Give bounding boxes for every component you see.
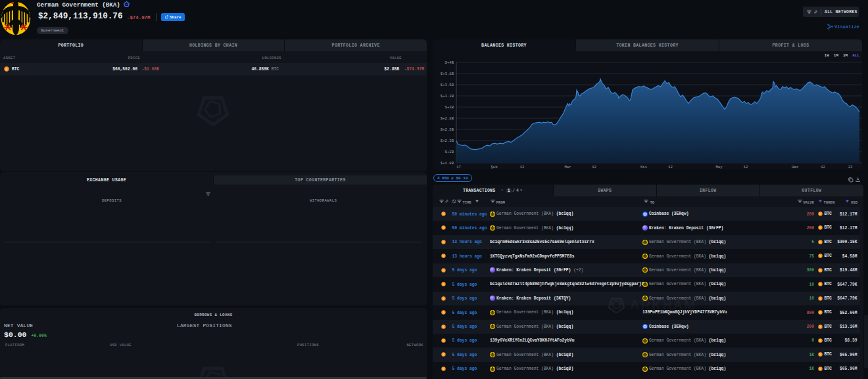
svg-text:₿: ₿ (443, 269, 445, 272)
svg-text:₿: ₿ (819, 339, 821, 342)
svg-text:Haz: Haz (792, 165, 798, 169)
svg-text:₿: ₿ (443, 367, 445, 370)
svg-text:12: 12 (592, 165, 596, 169)
svg-text:May: May (715, 165, 723, 169)
svg-text:₿: ₿ (819, 212, 821, 215)
svg-text:12: 12 (520, 165, 525, 169)
svg-text:$+3.5B: $+3.5B (441, 83, 454, 87)
svg-text:$+3B: $+3B (445, 105, 454, 110)
svg-text:₿: ₿ (819, 311, 821, 314)
svg-text:12: 12 (744, 165, 748, 169)
svg-text:₿: ₿ (819, 297, 821, 300)
svg-text:$+2.8B: $+2.8B (441, 116, 454, 121)
svg-text:₿: ₿ (443, 254, 445, 257)
svg-text:₿: ₿ (443, 212, 445, 215)
svg-text:Nis: Nis (640, 165, 647, 169)
svg-text:$+2.5B: $+2.5B (441, 127, 454, 132)
svg-text:₿: ₿ (819, 282, 821, 286)
svg-text:₿: ₿ (443, 297, 445, 300)
svg-text:17: 17 (456, 165, 461, 169)
svg-text:$+1.8B: $+1.8B (441, 161, 454, 166)
svg-text:Şub: Şub (491, 165, 497, 169)
svg-text:₿: ₿ (443, 282, 445, 286)
svg-text:12: 12 (821, 165, 825, 169)
svg-text:$+2.3B: $+2.3B (441, 139, 454, 143)
svg-text:₿: ₿ (443, 311, 445, 314)
svg-text:₿: ₿ (443, 353, 445, 356)
svg-text:₿: ₿ (819, 254, 821, 257)
svg-text:₿: ₿ (443, 339, 445, 342)
svg-text:₿: ₿ (443, 324, 445, 328)
svg-text:$+3.8B: $+3.8B (441, 72, 454, 76)
svg-text:₿: ₿ (819, 269, 821, 272)
svg-text:$+3.3B: $+3.3B (441, 94, 454, 99)
svg-text:$+4B: $+4B (445, 60, 454, 65)
svg-text:₿: ₿ (819, 367, 821, 370)
svg-text:Mar: Mar (564, 165, 571, 169)
svg-text:₿: ₿ (819, 226, 821, 229)
svg-text:₿: ₿ (443, 240, 445, 244)
svg-text:₿: ₿ (819, 353, 821, 356)
svg-text:23: 23 (848, 165, 853, 169)
svg-text:₿: ₿ (819, 240, 821, 244)
svg-text:12: 12 (668, 165, 673, 169)
svg-text:₿: ₿ (443, 226, 445, 229)
svg-text:$+2B: $+2B (445, 150, 454, 154)
svg-text:₿: ₿ (819, 324, 821, 328)
